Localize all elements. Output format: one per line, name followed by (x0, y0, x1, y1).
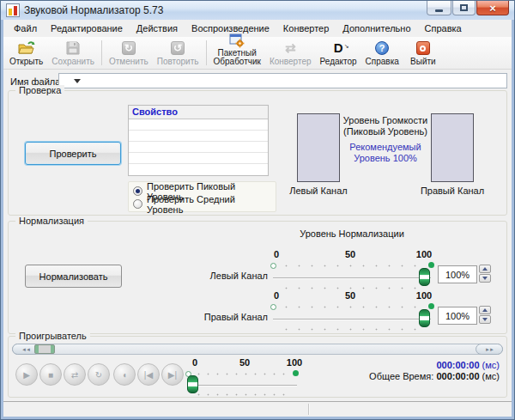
shuffle-icon: ⇄ (71, 370, 78, 380)
status-bar (3, 402, 512, 417)
scale-0: 0 (181, 357, 209, 368)
right-slider-track[interactable] (273, 319, 431, 320)
check-group-title: Проверка (15, 85, 64, 95)
step-down-button[interactable] (479, 315, 491, 324)
repeat-icon: ↻ (95, 370, 102, 380)
maximize-button[interactable] (452, 1, 476, 15)
chevron-down-icon[interactable] (74, 79, 81, 83)
property-table[interactable]: Свойство (128, 105, 269, 176)
left-slider-handle[interactable] (419, 268, 430, 286)
forward-button[interactable]: ►► (476, 344, 503, 355)
save-button[interactable]: Сохранить (47, 38, 99, 68)
open-button[interactable]: Открыть (5, 38, 47, 68)
shuffle-button[interactable]: ⇄ (64, 363, 86, 386)
step-down-button[interactable] (479, 274, 491, 283)
slider-max-dot (428, 262, 434, 268)
table-row[interactable] (129, 119, 268, 131)
slider-max-dot (428, 303, 434, 309)
left-slider-track[interactable] (273, 277, 431, 278)
volume-level-info: Уровень Громкости (Пиковый Уровень) Реко… (338, 115, 433, 164)
batch-processor-icon (229, 33, 245, 48)
forward-icon: ►► (485, 347, 494, 352)
statusbar-divider (308, 404, 309, 415)
slider-min-dot (270, 304, 276, 310)
open-folder-icon (18, 40, 35, 56)
slider-ticks (280, 265, 422, 267)
menu-actions[interactable]: Действия (130, 21, 185, 36)
minimize-button[interactable] (427, 1, 451, 15)
filename-combobox[interactable] (58, 73, 507, 88)
menu-help[interactable]: Справка (418, 21, 469, 36)
normalize-group-title: Нормализация (15, 216, 88, 226)
volume-slider-track[interactable] (192, 385, 297, 386)
undo-icon: ↻ (122, 40, 136, 56)
menu-extras[interactable]: Дополнительно (336, 21, 417, 36)
arrow-down-icon (482, 277, 488, 280)
check-button[interactable]: Проверить (25, 142, 121, 165)
editor-button[interactable]: D↘ Редактор (316, 38, 361, 68)
play-button[interactable]: ▶ (15, 363, 38, 386)
scale-0: 0 (263, 249, 290, 259)
scale-100: 100 (410, 249, 438, 259)
undo-label: Отменить (109, 57, 148, 66)
editor-label: Редактор (320, 57, 357, 66)
editor-icon: D↘ (334, 40, 343, 56)
next-track-icon: ▶| (168, 370, 177, 380)
play-icon: ▶ (23, 370, 30, 380)
volume-button[interactable]: ◖ (113, 363, 136, 386)
total-time: Общее Время: 000:00:00 (мс) (276, 371, 500, 382)
previous-button[interactable]: |◀ (137, 363, 160, 386)
scale-100: 100 (410, 290, 438, 301)
normalization-level-title: Уровень Нормализации (266, 228, 438, 239)
seek-bar-track[interactable] (12, 344, 503, 355)
menu-bar: Файл Редактирование Действия Воспроизвед… (3, 20, 512, 37)
slider-ticks (280, 306, 422, 308)
right-level-spinbox[interactable]: 100% (438, 307, 477, 325)
right-channel-meter (431, 113, 474, 182)
converter-button[interactable]: ⇄ Конвертер (265, 38, 316, 68)
exit-label: Выйти (410, 57, 436, 66)
redo-button[interactable]: ↺ Повторить (153, 38, 203, 68)
table-row[interactable] (129, 164, 268, 175)
step-up-button[interactable] (479, 265, 491, 273)
stop-icon: ■ (48, 370, 53, 380)
seek-bar-thumb[interactable] (34, 344, 55, 354)
property-table-header[interactable]: Свойство (129, 106, 268, 119)
right-slider-handle[interactable] (419, 309, 430, 327)
converter-label: Конвертер (270, 57, 312, 66)
menu-edit[interactable]: Редактирование (44, 21, 130, 36)
batch-processor-button[interactable]: ПакетныйОбработчик (209, 38, 265, 68)
repeat-button[interactable]: ↻ (88, 363, 110, 386)
app-icon[interactable] (6, 3, 20, 17)
normalize-group: Нормализация Уровень Нормализации Нормал… (8, 221, 507, 334)
table-row[interactable] (129, 153, 268, 164)
left-channel-label: Левый Канал (271, 186, 366, 196)
close-icon: × (489, 3, 496, 14)
right-level-steppers (479, 306, 491, 325)
right-channel-label: Правый Канал (405, 186, 500, 196)
scale-50: 50 (336, 290, 364, 301)
right-slider-label: Правый Канал (156, 312, 268, 322)
left-level-spinbox[interactable]: 100% (438, 265, 477, 283)
speaker-icon: ◖ (122, 370, 127, 380)
stop-button[interactable]: ■ (39, 363, 62, 386)
radio-average-level[interactable]: Проверить Средний Уровень (133, 198, 271, 210)
slider-ticks (194, 393, 290, 396)
normalize-button[interactable]: Нормализовать (25, 265, 122, 288)
maximize-icon (460, 4, 468, 11)
table-row[interactable] (129, 131, 268, 142)
help-button[interactable]: ? Справка (361, 38, 403, 68)
help-label: Справка (366, 57, 399, 66)
menu-file[interactable]: Файл (7, 21, 44, 36)
volume-slider-handle[interactable] (187, 375, 198, 393)
undo-button[interactable]: ↻ Отменить (105, 38, 153, 68)
table-row[interactable] (129, 142, 268, 153)
app-window: Звуковой Нормализатор 5.73 × Файл Редакт… (0, 0, 515, 420)
step-up-button[interactable] (479, 306, 491, 314)
slider-ticks (280, 287, 422, 289)
redo-icon: ↺ (171, 40, 185, 56)
exit-button[interactable]: Выйти (403, 38, 443, 68)
menu-converter[interactable]: Конвертер (276, 21, 336, 36)
scale-0: 0 (263, 290, 290, 301)
close-button[interactable]: × (476, 1, 509, 15)
